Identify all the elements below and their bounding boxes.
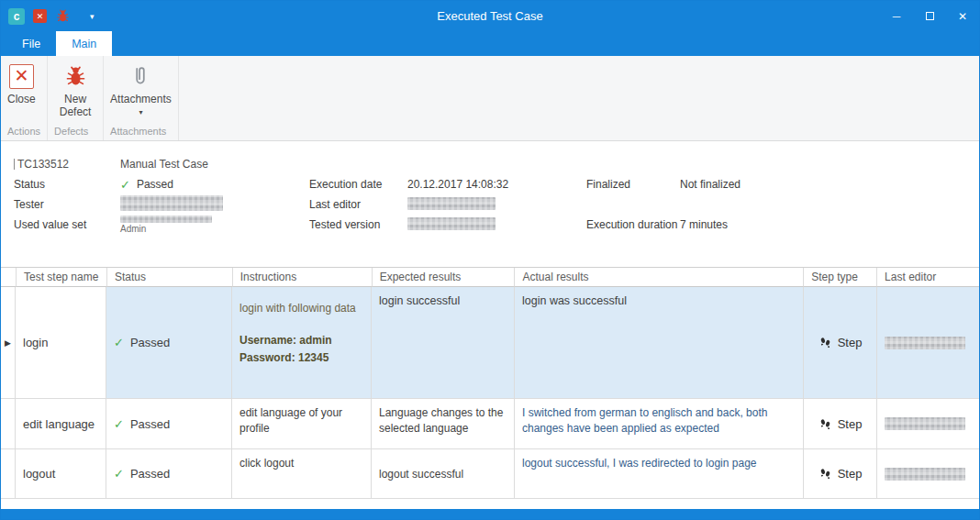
attachments-dropdown-icon[interactable]: ▾ <box>139 106 142 119</box>
tab-main[interactable]: Main <box>56 31 112 56</box>
column-header-status[interactable]: Status <box>107 268 233 287</box>
actual-results-cell[interactable]: login was successful <box>515 287 804 399</box>
expected-results-cell[interactable]: login successful <box>372 287 515 399</box>
close-button[interactable]: ✕ <box>946 1 979 31</box>
step-name-cell[interactable]: edit language <box>16 399 106 449</box>
group-label-defects: Defects <box>48 126 103 140</box>
new-defect-quick-icon[interactable] <box>55 8 71 24</box>
close-ribbon-button[interactable]: ✕ Close <box>4 61 39 107</box>
step-type-label: Step <box>838 336 863 349</box>
instructions-cell[interactable]: click logout <box>232 449 372 499</box>
redacted-last-editor <box>407 197 496 210</box>
column-header-test-step-name[interactable]: Test step name <box>17 268 107 287</box>
actual-results-cell[interactable]: I switched from german to englisch and b… <box>515 399 804 449</box>
expected-results-cell[interactable]: Language changes to the selected languag… <box>372 399 515 449</box>
step-name-cell[interactable]: login <box>16 287 106 399</box>
value-set-value: Admin <box>120 216 309 234</box>
step-type-label: Step <box>838 417 863 431</box>
step-type-cell[interactable]: Step <box>804 399 877 449</box>
current-row-indicator: ▶ <box>1 287 16 399</box>
titlebar: Executed Test Case c ✕ ▾ ─ ✕ <box>1 1 979 31</box>
finalized-label: Finalized <box>586 178 680 191</box>
window-title: Executed Test Case <box>1 9 979 23</box>
status-bar <box>1 509 979 519</box>
execution-date-label: Execution date <box>309 178 407 191</box>
bug-icon <box>63 64 88 89</box>
status-label: Status <box>14 178 120 191</box>
ribbon: ✕ Close Actions <box>1 56 979 141</box>
test-steps-grid: Test step name Status Instructions Expec… <box>1 267 979 499</box>
new-defect-button[interactable]: New Defect <box>50 61 100 120</box>
column-header-expected-results[interactable]: Expected results <box>373 268 516 287</box>
instruction-username: Username: admin <box>239 332 363 349</box>
redacted-tested-version <box>407 217 496 230</box>
redacted-tester-name <box>120 195 223 211</box>
footprints-icon <box>819 336 832 349</box>
executed-test-case-window: Executed Test Case c ✕ ▾ ─ ✕ <box>0 0 980 520</box>
maximize-button[interactable] <box>913 1 946 31</box>
actual-results-cell[interactable]: logout successful, I was redirected to l… <box>515 449 804 499</box>
minimize-button[interactable]: ─ <box>880 1 913 31</box>
text-cursor <box>14 159 15 170</box>
close-icon: ✕ <box>958 10 967 23</box>
new-defect-label: New Defect <box>54 93 96 118</box>
maximize-icon <box>926 12 934 20</box>
column-header-instructions[interactable]: Instructions <box>233 268 373 287</box>
app-logo-icon[interactable]: c <box>8 8 25 25</box>
instructions-cell[interactable]: edit language of your profile <box>232 399 372 449</box>
redacted-last-editor <box>885 468 965 481</box>
step-name-cell[interactable]: logout <box>16 449 106 499</box>
table-row-login[interactable]: ▶ login ✓Passed login with following dat… <box>1 287 979 399</box>
table-row-edit-language[interactable]: edit language ✓Passed edit language of y… <box>1 399 979 449</box>
status-cell[interactable]: ✓Passed <box>106 399 232 449</box>
duration-label: Execution duration <box>586 218 680 231</box>
last-editor-cell[interactable] <box>877 287 979 399</box>
app-logo-letter: c <box>14 10 20 23</box>
column-header-actual-results[interactable]: Actual results <box>515 268 804 287</box>
row-indicator-header <box>1 268 17 287</box>
tested-version-label: Tested version <box>309 218 407 231</box>
expected-results-cell[interactable]: logout successful <box>372 449 515 499</box>
value-set-text: Admin <box>120 224 309 234</box>
group-label-actions: Actions <box>1 126 47 140</box>
column-header-step-type[interactable]: Step type <box>804 268 877 287</box>
attachments-button[interactable]: Attachments ▾ <box>106 61 175 121</box>
test-case-id: TC133512 <box>14 158 120 171</box>
ribbon-group-attachments: Attachments ▾ Attachments <box>104 56 179 140</box>
close-icon: ✕ <box>37 12 44 21</box>
close-icon: ✕ <box>9 64 34 89</box>
step-type-label: Step <box>838 467 863 481</box>
test-case-type: Manual Test Case <box>120 158 309 171</box>
status-value: ✓Passed <box>120 178 309 192</box>
check-icon: ✓ <box>114 417 124 431</box>
tester-label: Tester <box>14 198 120 211</box>
bug-icon <box>55 8 71 24</box>
status-cell[interactable]: ✓Passed <box>106 287 232 399</box>
step-type-cell[interactable]: Step <box>804 449 877 499</box>
last-editor-cell[interactable] <box>877 449 979 499</box>
instruction-text: login with following data <box>239 300 363 317</box>
last-editor-value <box>407 197 586 213</box>
tested-version-value <box>407 217 586 233</box>
redacted-last-editor <box>885 417 965 430</box>
check-icon: ✓ <box>114 467 124 481</box>
tab-file[interactable]: File <box>6 31 56 56</box>
chevron-down-icon[interactable]: ▾ <box>79 12 95 21</box>
value-set-label: Used value set <box>14 218 120 231</box>
footprints-icon <box>819 467 832 481</box>
attachments-label: Attachments <box>110 93 172 105</box>
close-quick-icon[interactable]: ✕ <box>33 9 47 23</box>
group-label-attachments: Attachments <box>104 126 178 140</box>
close-button-label: Close <box>7 93 36 105</box>
last-editor-cell[interactable] <box>877 399 979 449</box>
step-type-cell[interactable]: Step <box>804 287 877 399</box>
row-indicator-cell <box>1 399 16 449</box>
table-row-logout[interactable]: logout ✓Passed click logout logout succe… <box>1 449 979 499</box>
status-cell[interactable]: ✓Passed <box>106 449 232 499</box>
column-header-last-editor[interactable]: Last editor <box>877 268 979 287</box>
instruction-password: Password: 12345 <box>239 349 363 367</box>
quick-access-toolbar: c ✕ ▾ <box>1 8 95 25</box>
instructions-cell[interactable]: login with following data Username: admi… <box>232 287 372 399</box>
window-controls: ─ ✕ <box>880 1 979 31</box>
execution-date-value: 20.12.2017 14:08:32 <box>407 178 586 191</box>
